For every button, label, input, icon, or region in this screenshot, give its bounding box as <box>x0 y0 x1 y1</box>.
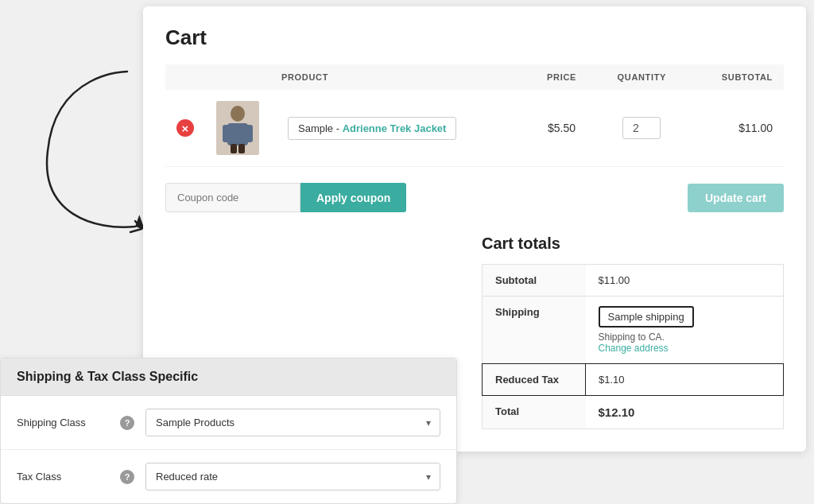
quantity-input[interactable] <box>622 117 661 139</box>
tax-class-select[interactable]: Reduced rate Standard rate Zero rate <box>145 463 440 490</box>
product-image <box>216 101 259 155</box>
shipping-label: Shipping <box>483 297 586 364</box>
table-row: × <box>165 90 784 167</box>
change-address-link[interactable]: Change address <box>599 343 771 354</box>
col-header-price: PRICE <box>528 64 595 90</box>
shipping-value: Sample shipping Shipping to CA. Change a… <box>586 297 784 364</box>
shipping-row: Shipping Sample shipping Shipping to CA.… <box>483 297 784 364</box>
panel-header: Shipping & Tax Class Specific <box>1 359 456 396</box>
cart-table: PRODUCT PRICE QUANTITY SUBTOTAL × <box>165 64 784 167</box>
svg-rect-4 <box>223 125 231 142</box>
svg-rect-6 <box>231 144 237 153</box>
tax-class-help-icon[interactable]: ? <box>120 470 134 484</box>
reduced-tax-label: Reduced Tax <box>483 364 586 396</box>
decorative-arrow <box>24 56 151 238</box>
total-value: $12.10 <box>586 396 784 429</box>
cart-totals-section: Cart totals Subtotal $11.00 Shipping Sam… <box>482 235 784 429</box>
shipping-class-help-icon[interactable]: ? <box>120 416 134 430</box>
col-header-subtotal: SUBTOTAL <box>688 64 784 90</box>
cart-totals-title: Cart totals <box>482 235 784 253</box>
subtotal-label: Subtotal <box>483 265 586 297</box>
tax-class-row: Tax Class ? Reduced rate Standard rate Z… <box>1 450 456 503</box>
apply-coupon-button[interactable]: Apply coupon <box>300 183 406 212</box>
remove-item-icon[interactable]: × <box>176 119 194 137</box>
product-name: Sample - Adrienne Trek Jacket <box>288 117 456 140</box>
cart-actions: Apply coupon Update cart <box>165 183 784 212</box>
update-cart-button[interactable]: Update cart <box>688 184 784 212</box>
col-header-quantity: QUANTITY <box>595 64 688 90</box>
shipping-class-select-wrapper: Sample Products No shipping class Standa… <box>145 409 440 436</box>
shipping-to: Shipping to CA. <box>599 331 665 343</box>
subtotal-row: Subtotal $11.00 <box>483 265 784 297</box>
product-subtotal: $11.00 <box>688 90 784 167</box>
reduced-tax-row: Reduced Tax $1.10 <box>483 364 784 396</box>
shipping-class-label: Shipping Class <box>17 417 120 428</box>
total-label: Total <box>483 396 586 429</box>
shipping-class-row: Shipping Class ? Sample Products No ship… <box>1 396 456 450</box>
product-price: $5.50 <box>528 90 595 167</box>
total-row: Total $12.10 <box>483 396 784 429</box>
svg-rect-7 <box>238 144 245 153</box>
shipping-option: Sample shipping <box>599 306 694 328</box>
coupon-input[interactable] <box>165 183 300 212</box>
shipping-class-select[interactable]: Sample Products No shipping class Standa… <box>145 409 440 436</box>
tax-class-select-wrapper: Reduced rate Standard rate Zero rate ▾ <box>145 463 440 490</box>
reduced-tax-value: $1.10 <box>586 364 784 396</box>
col-header-product: PRODUCT <box>270 64 528 90</box>
totals-table: Subtotal $11.00 Shipping Sample shipping… <box>482 264 784 429</box>
tax-class-label: Tax Class <box>17 471 120 483</box>
shipping-tax-panel: Shipping & Tax Class Specific Shipping C… <box>0 358 457 504</box>
svg-point-2 <box>231 106 245 122</box>
svg-rect-5 <box>245 125 253 142</box>
coupon-group: Apply coupon <box>165 183 406 212</box>
cart-title: Cart <box>165 25 784 50</box>
subtotal-value: $11.00 <box>586 265 784 297</box>
